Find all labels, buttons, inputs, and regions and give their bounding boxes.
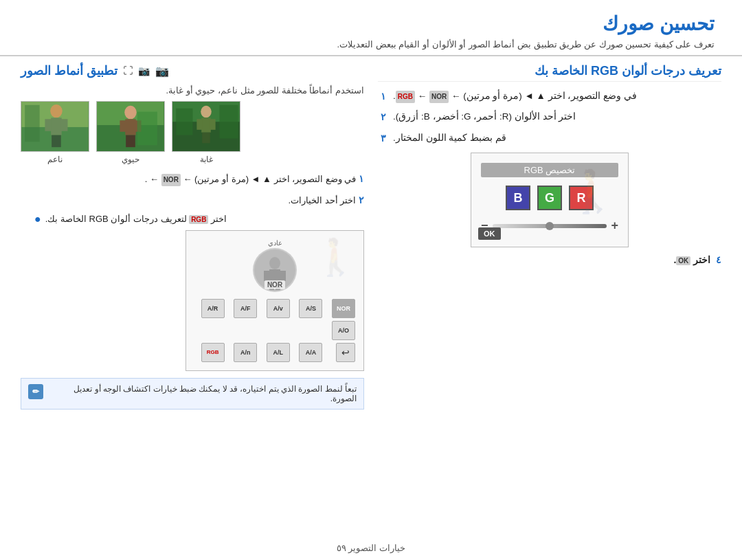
left-step-2: اختر أحد الألوان (R: أحمر، G: أخضر، B: أ… xyxy=(378,109,721,124)
step-num-left-2: ٢ xyxy=(378,109,389,124)
page-header: تحسين صورك تعرف على كيفية تحسين صورك عن … xyxy=(0,0,742,56)
svg-rect-4 xyxy=(196,119,202,130)
camera-icon-1: 📷 xyxy=(155,65,169,78)
note-box: تبعاً لنمط الصورة الذي يتم اختياره، قد ل… xyxy=(21,378,364,410)
scene-icon-aa[interactable]: A/A xyxy=(299,343,322,362)
note-text: تبعاً لنمط الصورة الذي يتم اختياره، قد ل… xyxy=(49,384,357,403)
svg-rect-5 xyxy=(210,119,216,130)
right-step-2-text: اختر أحد الخيارات. xyxy=(289,195,357,205)
scene-icon: ⛶ xyxy=(123,65,133,76)
scene-icon-as[interactable]: A/S xyxy=(299,299,322,318)
scene-images-row: غابة xyxy=(21,101,364,164)
right-section-heading: 📷 📷 ⛶ تطبيق أنماط الصور xyxy=(21,63,364,78)
photo-vivid xyxy=(96,101,165,152)
left-step-1: في وضع التصوير، اختر ▲ ◄ (مرة أو مرتين) … xyxy=(378,89,721,104)
rgb-watermark: 🚶 xyxy=(567,167,618,216)
svg-rect-16 xyxy=(126,135,131,148)
nor-label-above: عادي xyxy=(268,239,282,247)
rgb-ok-btn[interactable]: OK xyxy=(478,227,501,240)
main-content: 📷 📷 ⛶ تطبيق أنماط الصور استخدم أنماطاً م… xyxy=(0,56,742,416)
bullet-rgb: اختر RGB لتعريف درجات ألوان RGB الخاصة ب… xyxy=(34,214,364,225)
camera-icon-2: 📷 xyxy=(138,65,150,76)
nor-icon-large: NOR xyxy=(253,248,297,292)
rgb-customization-box: 🚶 تخصيص RGB R G B + − OK xyxy=(471,153,629,247)
rgb-btn-g[interactable]: G xyxy=(537,186,562,210)
left-step-3-text: قم بضبط كمية اللون المختار. xyxy=(393,131,506,146)
scene-label-forest: غابة xyxy=(200,155,213,164)
svg-rect-9 xyxy=(219,105,238,139)
scene-img-soft: ناعم xyxy=(21,101,89,164)
left-step-2-text: اختر أحد الألوان (R: أحمر، G: أخضر، B: أ… xyxy=(393,109,576,124)
scene-icon-af[interactable]: A/F xyxy=(234,299,257,318)
left-step-3: قم بضبط كمية اللون المختار. ٣ xyxy=(378,131,721,146)
svg-rect-26 xyxy=(56,135,61,148)
rgb-btn-b[interactable]: B xyxy=(506,186,530,210)
svg-rect-24 xyxy=(61,119,68,131)
svg-rect-14 xyxy=(120,120,126,132)
right-heading-text: تطبيق أنماط الصور xyxy=(21,63,117,78)
right-steps-list: ١ في وضع التصوير، اختر ▲ ◄ (مرة أو مرتين… xyxy=(21,171,364,208)
step-num-2: ٢ xyxy=(359,194,364,205)
svg-rect-18 xyxy=(137,112,157,146)
left-column: تعريف درجات ألوان RGB الخاصة بك في وضع ا… xyxy=(378,63,721,410)
svg-rect-6 xyxy=(202,133,206,144)
right-step-1-text: في وضع التصوير، اختر ▲ ◄ (مرة أو مرتين) … xyxy=(145,174,357,184)
svg-rect-32 xyxy=(280,271,286,281)
svg-rect-3 xyxy=(201,117,211,132)
slider-thumb xyxy=(546,222,554,230)
scene-img-forest: غابة xyxy=(172,101,240,164)
svg-rect-27 xyxy=(25,105,39,142)
scene-icon-nor[interactable]: NOR xyxy=(332,299,355,318)
step4-text: اختر OK. xyxy=(673,254,710,265)
back-arrow-btn[interactable]: ↩ xyxy=(336,343,355,362)
svg-rect-7 xyxy=(206,133,210,144)
photo-forest xyxy=(172,101,240,152)
watermark-person: 🚶 xyxy=(313,236,358,278)
left-steps-list: في وضع التصوير، اختر ▲ ◄ (مرة أو مرتين) … xyxy=(378,89,721,146)
scene-subtitle: استخدم أنماطاً مختلفة للصور مثل ناعم، حي… xyxy=(21,85,364,96)
right-step-2: ٢ اختر أحد الخيارات. xyxy=(21,192,364,208)
step4-num: ٤ xyxy=(713,254,721,265)
nor-large-block: عادي NOR xyxy=(253,239,297,292)
note-icon: ✏ xyxy=(28,384,43,399)
page-footer: خيارات التصوير ٥٩ xyxy=(0,543,742,553)
svg-rect-25 xyxy=(52,135,56,148)
left-step-1-text: في وضع التصوير، اختر ▲ ◄ (مرة أو مرتين) … xyxy=(393,89,637,104)
svg-rect-23 xyxy=(45,119,52,131)
slider-plus: + xyxy=(611,219,618,233)
svg-rect-8 xyxy=(176,109,192,135)
svg-point-2 xyxy=(201,106,212,118)
svg-point-12 xyxy=(124,106,137,119)
page-title: تحسين صورك xyxy=(27,12,715,35)
svg-rect-17 xyxy=(131,135,135,148)
svg-rect-22 xyxy=(51,117,62,135)
nor-text: NOR xyxy=(265,280,285,289)
svg-point-21 xyxy=(50,104,63,117)
bullet-text: اختر RGB لتعريف درجات ألوان RGB الخاصة ب… xyxy=(45,214,227,224)
step-num-1: ١ xyxy=(359,173,364,184)
right-column: 📷 📷 ⛶ تطبيق أنماط الصور استخدم أنماطاً م… xyxy=(21,63,364,410)
rgb-slider-area: + − xyxy=(481,219,618,233)
step-num-left-3: ٣ xyxy=(378,131,389,146)
svg-point-29 xyxy=(269,257,280,269)
scene-label-vivid: حيوي xyxy=(122,155,139,164)
scene-label-soft: ناعم xyxy=(47,155,63,164)
scene-img-vivid: حيوي xyxy=(96,101,165,164)
page-subtitle: تعرف على كيفية تحسين صورك عن طريق تطبيق … xyxy=(27,39,715,49)
scene-icon-grid-row1: NOR A/S A/v A/F A/R A/O xyxy=(194,299,355,340)
left-section-heading: تعريف درجات ألوان RGB الخاصة بك xyxy=(378,63,721,82)
bullet-dot: ● xyxy=(34,214,41,225)
scene-icon-an[interactable]: A/n xyxy=(234,343,257,362)
photo-soft xyxy=(21,101,89,152)
step4-line: ٤ اختر OK. xyxy=(378,254,721,265)
scene-icon-av[interactable]: A/v xyxy=(267,299,290,318)
svg-rect-31 xyxy=(264,271,270,281)
scene-icon-rgb[interactable]: RGB xyxy=(201,343,225,362)
scene-icon-al[interactable]: A/L xyxy=(267,343,290,362)
scene-icon-ao[interactable]: A/O xyxy=(332,321,355,340)
scene-icon-grid-row2: ↩ A/A A/L A/n RGB xyxy=(194,343,355,362)
step-num-left-1: ١ xyxy=(378,89,389,104)
slider-track[interactable] xyxy=(493,224,607,228)
scene-icon-ar[interactable]: A/R xyxy=(201,299,225,318)
scene-selector-box: 🚶 عادي xyxy=(186,230,364,371)
